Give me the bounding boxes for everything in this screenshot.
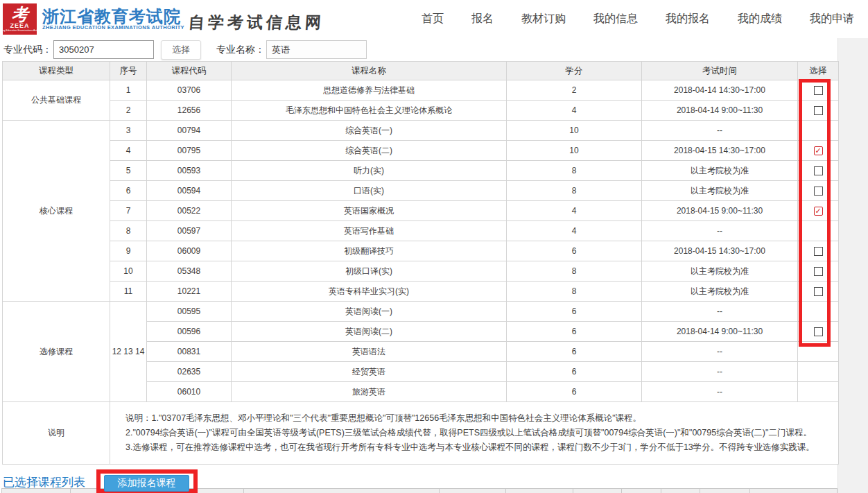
course-checkbox[interactable] [814,267,823,276]
logo-tagline: Zhejiang Education Examinations Authorit… [0,29,44,32]
seq-cell-merged: 12 13 14 [110,302,147,402]
major-code-label: 专业代码： [3,44,52,56]
course-checkbox[interactable]: ✓ [814,207,823,216]
course-code-cell: 06009 [147,241,232,261]
select-cell [798,161,839,181]
exam-time-cell: 2018-04-15 14:30~17:00 [642,141,798,161]
exam-time-cell: -- [642,221,798,241]
credit-cell: 6 [507,382,642,402]
table-row: 400795综合英语(二)102018-04-15 14:30~17:00✓ [3,141,839,161]
exam-time-cell: -- [642,302,798,322]
nav-item-1[interactable]: 首页 [422,12,444,26]
course-code-cell: 10221 [147,282,232,302]
table-row: 1005348初级口译(实)8以主考院校为准 [3,261,839,282]
table-row: 1110221英语专科毕业实习(实)8以主考院校为准 [3,282,839,302]
course-checkbox[interactable]: ✓ [814,146,823,155]
select-cell [798,342,839,362]
course-name-cell: 英语阅读(一) [232,302,507,322]
column-header: 课程代码 [147,62,232,80]
major-code-input[interactable] [53,40,154,59]
org-name-en: ZHEJIANG EDUCATION EXAMINATIONS AUTHORIT… [42,25,184,31]
select-cell [798,362,839,382]
exam-time-cell: -- [642,342,798,362]
nav-item-4[interactable]: 我的信息 [593,12,638,26]
seq-cell: 7 [110,201,147,221]
credit-cell: 6 [507,342,642,362]
course-checkbox[interactable] [814,327,823,336]
main-nav: 首页报名教材订购我的信息我的报名我的成绩我的申请 [422,12,861,26]
exam-time-cell: 2018-04-14 14:30~17:00 [642,80,798,101]
course-code-cell: 06010 [147,382,232,402]
course-checkbox[interactable] [814,247,823,256]
exam-time-cell: 以主考院校为准 [642,161,798,181]
course-code-cell: 05348 [147,261,232,282]
course-name-cell: 综合英语(二) [232,141,507,161]
seq-cell: 2 [110,101,147,121]
seq-cell: 10 [110,261,147,282]
site-name: 自学考试信息网 [188,12,325,33]
notes-row: 说明说明：1."03707毛泽东思想、邓小平理论和"三个代表"重要思想概论"可顶… [3,402,839,465]
course-checkbox[interactable] [814,86,823,95]
credit-cell: 6 [507,302,642,322]
course-type-cell: 选修课程 [3,302,110,402]
course-name-cell: 英语专科毕业实习(实) [232,282,507,302]
nav-item-2[interactable]: 报名 [471,12,494,26]
column-header: 选择 [798,62,839,80]
course-checkbox[interactable] [814,106,823,115]
course-name-cell: 综合英语(一) [232,121,507,141]
add-registration-course-button[interactable]: 添加报名课程 [104,475,189,492]
course-checkbox[interactable] [814,187,823,196]
notes-label-cell: 说明 [3,402,110,465]
credit-cell: 4 [507,221,642,241]
course-code-cell: 00597 [147,221,232,241]
select-cell: ✓ [798,201,839,221]
nav-item-7[interactable]: 我的申请 [810,12,854,26]
course-code-cell: 00593 [147,161,232,181]
note-line: 3.选修课程，可在推荐选修课程中选考，也可在我省现行开考所有专科专业中选考与本专… [125,440,831,455]
table-row: 212656毛泽东思想和中国特色社会主义理论体系概论42018-04-14 9:… [3,101,839,121]
exam-time-cell: -- [642,121,798,141]
course-name-cell: 思想道德修养与法律基础 [232,80,507,101]
exam-time-cell: 2018-04-15 14:30~17:00 [642,241,798,261]
course-code-cell: 00794 [147,121,232,141]
course-name-cell: 旅游英语 [232,382,507,402]
credit-cell: 8 [507,282,642,302]
course-name-cell: 英语国家概况 [232,201,507,221]
column-header: 考试时间 [642,62,798,80]
select-cell [798,261,839,282]
major-name-input[interactable] [266,40,367,59]
credit-cell: 6 [507,362,642,382]
course-checkbox[interactable] [814,287,823,296]
page: 考 ZEEA Zhejiang Education Examinations A… [0,0,868,493]
course-table-header: 课程类型序号课程代码课程名称学分考试时间选择 [3,62,839,80]
seq-cell: 3 [110,121,147,141]
nav-item-3[interactable]: 教材订购 [521,12,566,26]
select-cell [798,101,839,121]
seq-cell: 9 [110,241,147,261]
course-code-cell: 00795 [147,141,232,161]
nav-item-5[interactable]: 我的报名 [666,12,710,26]
table-row: 核心课程300794综合英语(一)10-- [3,121,839,141]
table-row: 700522英语国家概况42018-04-15 9:00~11:30✓ [3,201,839,221]
zeea-logo-icon: 考 ZEEA Zhejiang Education Examinations A… [3,3,37,35]
page-right-gutter [837,38,868,493]
select-cell [798,121,839,141]
nav-item-6[interactable]: 我的成绩 [738,12,782,26]
exam-time-cell: 2018-04-15 9:00~11:30 [642,201,798,221]
select-cell [798,181,839,201]
major-name-label: 专业名称： [216,44,265,56]
course-checkbox[interactable] [814,166,823,175]
course-code-cell: 00596 [147,322,232,342]
select-cell: ✓ [798,141,839,161]
table-row: 公共基础课程103706思想道德修养与法律基础22018-04-14 14:30… [3,80,839,101]
credit-cell: 4 [507,201,642,221]
course-name-cell: 英语阅读(二) [232,322,507,342]
credit-cell: 8 [507,261,642,282]
select-cell [798,302,839,322]
note-line: 2."00794综合英语(一)"课程可由全国英语等级考试(PETS)三级笔试合格… [125,426,831,440]
seq-cell: 4 [110,141,147,161]
select-major-button[interactable]: 选择 [161,40,201,60]
exam-time-cell: 以主考院校为准 [642,181,798,201]
credit-cell: 2 [507,80,642,101]
seq-cell: 5 [110,161,147,181]
